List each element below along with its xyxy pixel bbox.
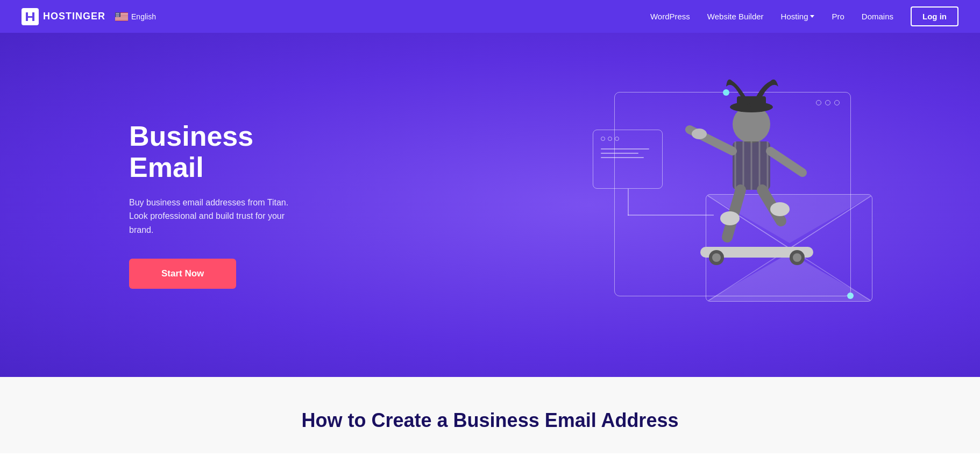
svg-point-13 xyxy=(119,12,119,13)
svg-point-31 xyxy=(119,15,119,16)
svg-rect-6 xyxy=(115,18,128,19)
svg-rect-5 xyxy=(115,17,128,17)
svg-point-26 xyxy=(118,15,119,15)
svg-point-55 xyxy=(770,202,790,216)
chat-line-1 xyxy=(601,148,649,149)
svg-point-28 xyxy=(117,15,117,16)
svg-point-10 xyxy=(117,12,117,13)
chat-bubble-card xyxy=(593,130,663,189)
svg-point-35 xyxy=(118,16,119,17)
svg-point-14 xyxy=(116,13,117,14)
chat-line-2 xyxy=(601,153,638,154)
hero-content: Business Email Buy business email addres… xyxy=(0,121,296,288)
brand-name: HOSTINGER xyxy=(43,11,105,22)
connector-vertical xyxy=(628,189,629,216)
svg-point-16 xyxy=(118,13,118,14)
navbar-left: HOSTINGER xyxy=(22,8,156,25)
hero-illustration xyxy=(593,92,872,318)
svg-point-9 xyxy=(116,12,116,13)
nav-website-builder[interactable]: Website Builder xyxy=(707,12,764,21)
bottom-section: How to Create a Business Email Address xyxy=(0,377,980,453)
svg-rect-7 xyxy=(115,19,128,20)
hosting-chevron-icon xyxy=(810,15,814,18)
chat-dot-2 xyxy=(608,137,612,141)
svg-point-23 xyxy=(116,15,117,15)
svg-rect-42 xyxy=(737,96,766,109)
svg-point-33 xyxy=(117,16,117,17)
nav-pro[interactable]: Pro xyxy=(832,12,844,21)
language-label: English xyxy=(131,12,156,21)
svg-point-12 xyxy=(118,12,119,13)
svg-point-58 xyxy=(712,253,721,262)
bottom-title: How to Create a Business Email Address xyxy=(22,409,958,432)
nav-domains[interactable]: Domains xyxy=(862,12,893,21)
svg-point-60 xyxy=(793,253,801,262)
chat-dot-1 xyxy=(601,137,605,141)
hero-description: Buy business email addresses from Titan.… xyxy=(129,196,296,237)
chat-dot-3 xyxy=(615,137,619,141)
svg-point-19 xyxy=(117,14,117,15)
svg-point-51 xyxy=(692,129,707,139)
svg-point-21 xyxy=(118,14,119,15)
hero-title: Business Email xyxy=(129,121,296,182)
skater-illustration xyxy=(657,60,840,286)
svg-point-25 xyxy=(118,15,118,15)
svg-point-30 xyxy=(118,15,119,16)
svg-point-54 xyxy=(720,211,740,225)
svg-point-11 xyxy=(117,12,118,13)
nav-hosting[interactable]: Hosting xyxy=(781,12,815,21)
svg-line-50 xyxy=(770,151,803,173)
language-selector[interactable]: English xyxy=(115,12,156,21)
svg-point-17 xyxy=(118,13,119,14)
svg-point-22 xyxy=(119,14,119,15)
svg-point-15 xyxy=(117,13,117,14)
nav-wordpress[interactable]: WordPress xyxy=(650,12,690,21)
svg-point-20 xyxy=(117,14,118,15)
svg-point-29 xyxy=(117,15,118,16)
svg-point-18 xyxy=(116,14,116,15)
chat-lines xyxy=(593,144,662,162)
svg-point-34 xyxy=(118,16,118,17)
svg-point-32 xyxy=(116,16,117,17)
start-now-button[interactable]: Start Now xyxy=(129,259,236,289)
hostinger-logo-icon xyxy=(22,8,39,25)
navbar-right: WordPress Website Builder Hosting Pro Do… xyxy=(650,6,958,26)
navbar: HOSTINGER xyxy=(0,0,980,33)
hero-section: Business Email Buy business email addres… xyxy=(0,33,980,377)
skater-svg xyxy=(657,60,840,286)
svg-point-24 xyxy=(117,15,117,15)
svg-point-27 xyxy=(116,15,116,16)
chat-dots xyxy=(593,130,662,144)
login-button[interactable]: Log in xyxy=(911,6,958,26)
chat-line-3 xyxy=(601,157,644,158)
flag-icon xyxy=(115,12,128,21)
logo-link[interactable]: HOSTINGER xyxy=(22,8,105,25)
